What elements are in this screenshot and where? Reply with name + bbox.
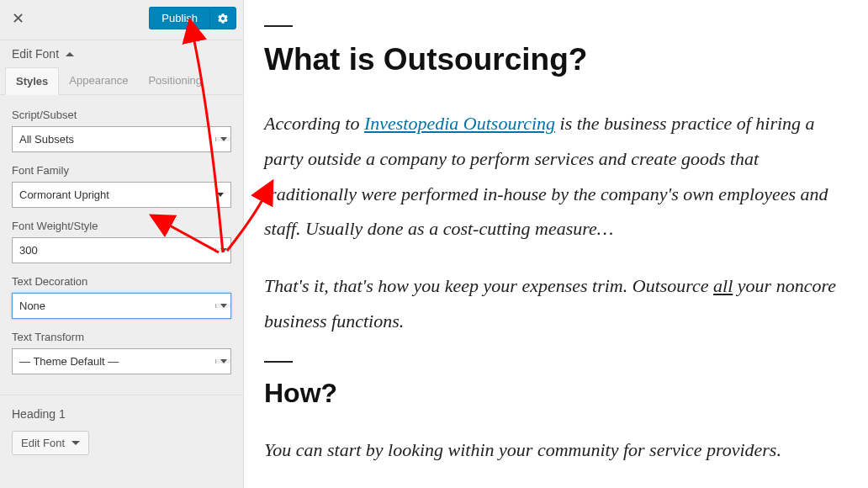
select-text-decoration-value: None	[13, 294, 215, 318]
dropdown-toggle[interactable]	[215, 137, 230, 141]
select-font-family[interactable]: Cormorant Upright	[12, 182, 231, 208]
tab-appearance[interactable]: Appearance	[59, 67, 138, 94]
select-font-weight-value: 300	[13, 238, 215, 263]
select-text-decoration[interactable]: None	[12, 293, 231, 319]
edit-font-button-heading1[interactable]: Edit Font	[12, 431, 89, 455]
text: According to	[264, 113, 364, 134]
content-paragraph-1: According to Investopedia Outsourcing is…	[264, 106, 855, 247]
sidebar-topbar: ✕ Publish	[0, 0, 243, 40]
select-text-transform[interactable]: — Theme Default —	[12, 348, 231, 374]
chevron-down-icon	[220, 359, 227, 363]
select-script-subset-value: All Subsets	[13, 127, 215, 151]
divider	[264, 25, 293, 27]
section-header-edit-font[interactable]: Edit Font	[0, 40, 243, 67]
content-heading-2: How?	[264, 378, 855, 409]
caret-up-icon	[66, 52, 74, 56]
tab-styles[interactable]: Styles	[5, 67, 59, 95]
label-text-transform: Text Transform	[12, 331, 231, 343]
content-paragraph-2: That's it, that's how you keep your expe…	[264, 268, 855, 339]
chevron-down-icon	[71, 441, 80, 445]
label-font-family: Font Family	[12, 164, 231, 177]
label-text-decoration: Text Decoration	[12, 275, 231, 288]
content-heading-1: What is Outsourcing?	[264, 42, 855, 77]
content-underlined-all: all	[713, 275, 733, 296]
publish-settings-button[interactable]	[209, 7, 236, 29]
label-script-subset: Script/Subset	[12, 109, 231, 121]
dropdown-toggle[interactable]	[215, 248, 230, 252]
content-paragraph-3: You can start by looking within your com…	[264, 432, 855, 468]
edit-font-button-label: Edit Font	[21, 437, 65, 449]
preview-pane: What is Outsourcing? According to Invest…	[244, 0, 868, 488]
dropdown-toggle[interactable]	[215, 304, 230, 308]
text: That's it, that's how you keep your expe…	[264, 275, 713, 296]
chevron-down-icon	[217, 193, 224, 197]
chevron-down-icon	[220, 137, 227, 141]
publish-group: Publish	[149, 7, 236, 29]
label-font-weight: Font Weight/Style	[12, 220, 231, 232]
select-font-weight[interactable]: 300	[12, 237, 231, 263]
chevron-down-icon	[220, 304, 227, 308]
heading1-section: Heading 1 Edit Font	[0, 395, 243, 467]
select-script-subset[interactable]: All Subsets	[12, 126, 231, 152]
content-link-investopedia[interactable]: Investopedia Outsourcing	[364, 113, 555, 134]
section-header-label: Edit Font	[12, 47, 59, 61]
controls-panel: Script/Subset All Subsets Font Family Co…	[0, 95, 243, 386]
gear-icon	[217, 13, 229, 24]
chevron-down-icon	[220, 248, 227, 252]
tab-positioning[interactable]: Positioning	[138, 67, 212, 94]
dropdown-toggle[interactable]	[215, 359, 230, 363]
customizer-sidebar: ✕ Publish Edit Font Styles Appearance Po…	[0, 0, 244, 488]
tabs: Styles Appearance Positioning	[0, 67, 243, 95]
heading1-label: Heading 1	[12, 407, 231, 421]
divider	[264, 361, 293, 363]
publish-button[interactable]: Publish	[149, 7, 209, 29]
select-font-family-value: Cormorant Upright	[13, 183, 217, 207]
close-icon[interactable]: ✕	[12, 9, 24, 28]
select-text-transform-value: — Theme Default —	[13, 349, 215, 374]
